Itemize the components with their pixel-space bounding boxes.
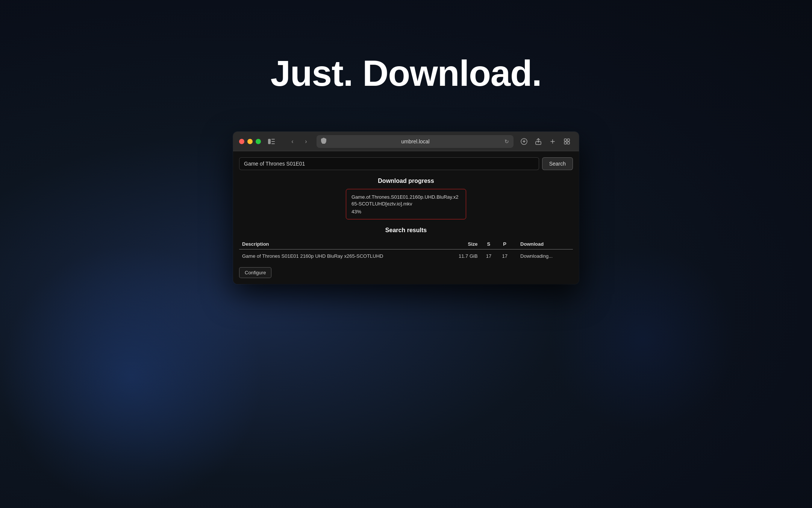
col-header-description: Description [239, 239, 445, 249]
maximize-button[interactable] [256, 139, 261, 144]
reload-button[interactable]: ↻ [504, 138, 509, 144]
browser-content: Search Download progress Game.of.Thrones… [233, 151, 579, 284]
download-progress-section: Download progress Game.of.Thrones.S01E01… [239, 178, 573, 219]
svg-rect-3 [271, 143, 275, 144]
search-row: Search [239, 157, 573, 170]
forward-button[interactable]: › [300, 135, 312, 148]
col-header-size: Size [445, 239, 480, 249]
download-filename: Game.of.Thrones.S01E01.2160p.UHD.BluRay.… [351, 194, 461, 207]
svg-rect-9 [567, 142, 570, 144]
svg-rect-1 [271, 139, 275, 140]
download-progress-box: Game.of.Thrones.S01E01.2160p.UHD.BluRay.… [346, 189, 466, 219]
browser-actions [518, 135, 573, 148]
search-button[interactable]: Search [542, 157, 573, 170]
new-tab-icon[interactable] [547, 135, 559, 148]
close-button[interactable] [239, 139, 244, 144]
result-peers: 17 [497, 249, 513, 263]
share-icon[interactable] [532, 135, 544, 148]
download-progress-title: Download progress [239, 178, 573, 184]
results-table: Description Size S P Download Game of Th… [239, 239, 573, 263]
back-button[interactable]: ‹ [286, 135, 298, 148]
search-results-section: Search results Description Size S P Down… [239, 227, 573, 278]
col-header-peers: P [497, 239, 513, 249]
result-seeders: 17 [481, 249, 497, 263]
browser-window: ‹ › umbrel.local ↻ [233, 132, 579, 284]
download-icon[interactable] [518, 135, 530, 148]
col-header-download: Download [513, 239, 573, 249]
search-results-title: Search results [239, 227, 573, 234]
result-download-status: Downloading... [513, 249, 573, 263]
address-bar[interactable]: umbrel.local ↻ [317, 135, 514, 148]
browser-nav: ‹ › [286, 135, 312, 148]
configure-button[interactable]: Configure [239, 267, 271, 278]
svg-rect-2 [271, 141, 275, 142]
col-header-seeders: S [481, 239, 497, 249]
svg-rect-6 [564, 139, 567, 141]
tab-overview-icon[interactable] [561, 135, 573, 148]
result-description: Game of Thrones S01E01 2160p UHD BluRay … [239, 249, 445, 263]
shield-icon [321, 138, 326, 145]
result-size: 11.7 GiB [445, 249, 480, 263]
table-header-row: Description Size S P Download [239, 239, 573, 249]
url-display: umbrel.local [329, 138, 501, 144]
svg-rect-0 [268, 139, 271, 144]
minimize-button[interactable] [247, 139, 253, 144]
table-row: Game of Thrones S01E01 2160p UHD BluRay … [239, 249, 573, 263]
search-input[interactable] [239, 157, 539, 170]
traffic-lights [239, 139, 261, 144]
hero-title: Just. Download. [270, 53, 541, 94]
sidebar-toggle-button[interactable] [265, 135, 277, 148]
download-percent: 43% [351, 209, 461, 214]
browser-titlebar: ‹ › umbrel.local ↻ [233, 132, 579, 151]
svg-rect-7 [567, 139, 570, 141]
svg-rect-8 [564, 142, 567, 144]
